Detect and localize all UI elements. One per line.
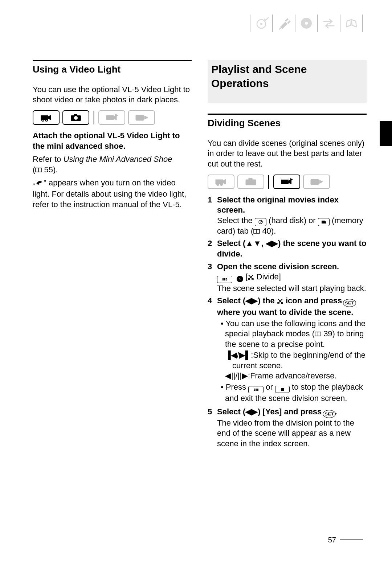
manual-ref-icon xyxy=(253,229,260,234)
appears-text: „ " appears when you turn on the video l… xyxy=(33,178,192,210)
svg-point-18 xyxy=(217,183,219,185)
mode-photo-rec-icon xyxy=(62,110,89,125)
shoe-indicator-icon: „ xyxy=(33,179,44,189)
svg-point-8 xyxy=(45,119,48,121)
svg-point-1 xyxy=(260,23,262,25)
mode-movie-rec-icon xyxy=(208,175,234,189)
print-book-icon xyxy=(344,16,359,30)
step4-bullet1: You can use the following icons and the … xyxy=(217,319,367,350)
scissors-icon xyxy=(248,273,254,283)
step5-title: Select (◀▶) [Yes] and press SET. xyxy=(217,407,337,416)
mode-row-right xyxy=(208,175,367,189)
svg-point-11 xyxy=(74,116,78,120)
svg-rect-21 xyxy=(249,178,252,180)
leftright-icon: ◀▶ xyxy=(266,239,278,248)
svg-point-19 xyxy=(220,183,222,185)
mode-row-left xyxy=(33,110,192,125)
leftright-icon: ◀▶ xyxy=(245,407,258,416)
menu-arrow-icon: › xyxy=(237,276,243,282)
mode-movie-play-icon xyxy=(273,175,300,189)
right-column: Playlist and Scene Operations Dividing S… xyxy=(208,60,367,526)
step4-skip: ▐◀/▶▌:Skip to the beginning/end of the c… xyxy=(217,350,367,371)
step3-text2: The scene selected will start playing ba… xyxy=(217,284,366,293)
svg-rect-12 xyxy=(106,115,114,120)
frame-fwd-icon: ||▶ xyxy=(238,371,248,380)
steps-list: 1 Select the original movies index scree… xyxy=(208,195,367,449)
step2-title: Select (▲▼, ◀▶) the scene you want to di… xyxy=(217,239,366,258)
section-title-dividing: Dividing Scenes xyxy=(208,117,367,130)
manual-ref-icon xyxy=(315,331,321,336)
svg-rect-23 xyxy=(281,180,289,184)
func-button-icon xyxy=(217,276,232,283)
stop-button-icon xyxy=(275,386,290,393)
step1-title: Select the original movies index screen. xyxy=(217,195,339,215)
svg-rect-24 xyxy=(311,179,319,185)
transfer-icon xyxy=(322,16,336,30)
page-number: 57 xyxy=(328,536,363,544)
step4-title: Select (◀▶) the icon and press SET where… xyxy=(217,296,355,317)
skip-prev-icon: ▐◀ xyxy=(225,350,237,360)
mode-movie-play-icon xyxy=(98,110,125,125)
refer-line: Refer to Using the Mini Advanced Shoe ( … xyxy=(33,154,192,175)
mode-photo-play-icon xyxy=(303,175,330,189)
mode-photo-play-icon xyxy=(128,110,155,125)
svg-point-7 xyxy=(42,119,44,121)
svg-point-22 xyxy=(249,180,253,184)
section-title-video-light: Using a Video Light xyxy=(33,63,192,76)
dividing-intro: You can divide scenes (original scenes o… xyxy=(208,138,367,169)
set-button-icon: SET xyxy=(343,299,356,307)
step1-text: Select the (hard disk) or (memory card) … xyxy=(217,216,363,235)
manual-ref-icon xyxy=(35,167,42,172)
disc-check-icon xyxy=(254,16,269,30)
svg-point-5 xyxy=(305,22,308,25)
hdd-icon xyxy=(255,218,266,226)
svg-text:„: „ xyxy=(33,180,35,185)
step3-title: Open the scene division screen. xyxy=(217,262,339,271)
disc-icon xyxy=(299,16,314,30)
header-icon-strip xyxy=(246,15,367,32)
svg-rect-10 xyxy=(74,114,77,116)
set-button-icon: SET xyxy=(323,410,336,418)
plug-icon xyxy=(277,16,291,30)
major-title: Playlist and Scene Operations xyxy=(208,60,367,103)
svg-rect-3 xyxy=(287,20,291,24)
leftright-icon: ◀▶ xyxy=(245,296,258,305)
step4-bullet2: Press or to stop the playback and exit t… xyxy=(217,382,367,404)
skip-next-icon: ▶▌ xyxy=(239,350,251,360)
videolight-intro: You can use the optional VL-5 Video Ligh… xyxy=(33,85,192,105)
mode-photo-rec-icon xyxy=(237,175,264,189)
frame-rev-icon: ◀|| xyxy=(225,371,235,380)
step5-text: The video from the division point to the… xyxy=(217,418,354,448)
step4-frame: ◀||/||▶:Frame advance/reverse. xyxy=(217,371,367,381)
step3-path: › [ Divide] xyxy=(217,272,281,281)
attach-instruction: Attach the optional VL-5 Video Light to … xyxy=(33,131,192,151)
edge-tab xyxy=(380,121,392,146)
svg-rect-13 xyxy=(136,115,144,120)
scissors-icon xyxy=(277,297,283,307)
svg-rect-2 xyxy=(285,18,289,22)
func-button-icon xyxy=(248,386,264,393)
left-column: Using a Video Light You can use the opti… xyxy=(33,60,192,526)
mode-movie-rec-icon xyxy=(33,110,60,125)
updown-icon: ▲▼ xyxy=(245,239,261,248)
card-icon xyxy=(318,218,330,226)
